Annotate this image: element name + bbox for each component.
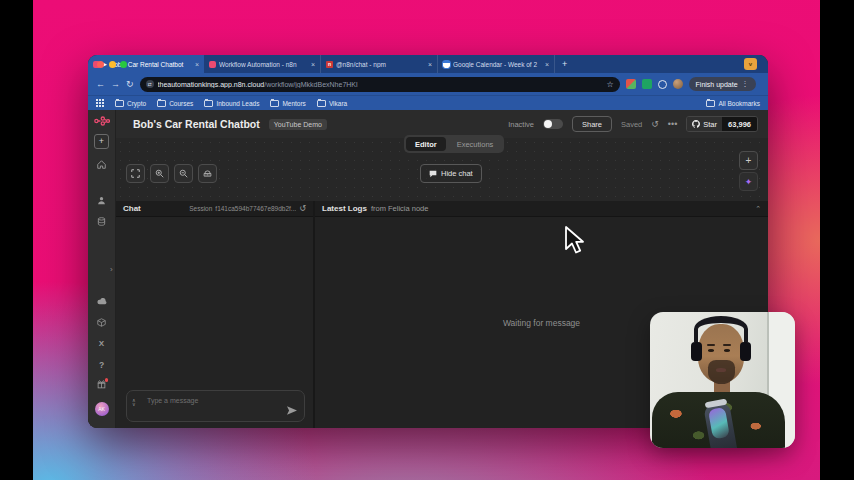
reload-icon[interactable]: ↻: [126, 80, 134, 89]
sidebar-user-avatar[interactable]: AK: [88, 402, 115, 416]
close-window-button[interactable]: [97, 61, 104, 68]
finish-update-label: Finish update: [696, 81, 738, 88]
sidebar-item-home[interactable]: [88, 160, 115, 169]
extension-icon-3[interactable]: [658, 80, 667, 89]
workflow-tag[interactable]: YouTube Demo: [269, 119, 327, 130]
sidebar-expand-chevron[interactable]: ›: [110, 265, 113, 274]
notification-dot: [105, 378, 109, 382]
extension-icon-2[interactable]: [642, 79, 652, 89]
active-status-label: Inactive: [508, 120, 534, 129]
browser-toolbar: ← → ↻ ⇄ theautomationkings.app.n8n.cloud…: [88, 73, 768, 95]
chat-input[interactable]: ∧∨ Type a message: [126, 390, 305, 422]
ai-assistant-button[interactable]: ✦: [739, 172, 758, 191]
close-tab-icon[interactable]: ×: [311, 61, 315, 68]
video-frame: ▶ Bob's Car Rental Chatbot × Workflow Au…: [0, 0, 854, 480]
session-info: Session f141ca594b77467e89db2f... ↺: [189, 204, 306, 213]
resize-grip-icon[interactable]: ∧∨: [132, 398, 136, 406]
toggle-knob: [544, 120, 552, 128]
tab-editor[interactable]: Editor: [406, 137, 446, 151]
chat-panel-header: Chat Session f141ca594b77467e89db2f... ↺: [116, 201, 313, 217]
url-path: /workflow/jgMkkdBexNhe7HKl: [264, 81, 357, 88]
tab-executions[interactable]: Executions: [448, 137, 503, 151]
microphone-rgb-stripe: [708, 407, 730, 439]
close-tab-icon[interactable]: ×: [195, 61, 199, 68]
sidebar-item-community[interactable]: X: [88, 339, 115, 348]
new-tab-button[interactable]: +: [555, 55, 574, 73]
logs-empty-state: Waiting for message: [503, 318, 580, 328]
add-workflow-button[interactable]: +: [88, 134, 115, 149]
editor-executions-tabs: Editor Executions: [404, 135, 504, 153]
window-controls: [97, 61, 127, 68]
extension-icon-1[interactable]: [626, 79, 636, 89]
folder-icon: [115, 100, 124, 107]
zoom-in-button[interactable]: [150, 164, 169, 183]
sidebar-item-templates[interactable]: [88, 318, 115, 327]
send-icon[interactable]: [287, 406, 297, 415]
sidebar-item-personal[interactable]: [88, 196, 115, 205]
close-tab-icon[interactable]: ×: [545, 61, 549, 68]
tab-google-calendar[interactable]: Google Calendar - Week of 2 ×: [438, 55, 555, 73]
bookmark-mentors[interactable]: Mentors: [270, 100, 305, 107]
n8n-logo: [88, 116, 115, 126]
apps-grid-icon[interactable]: [96, 99, 104, 107]
bookmark-star-icon[interactable]: ☆: [606, 80, 613, 89]
sidebar-item-whats-new[interactable]: [88, 380, 115, 389]
folder-icon: [706, 100, 715, 107]
url-host: theautomationkings.app.n8n.cloud: [158, 81, 265, 88]
canvas-toolbar: [126, 164, 217, 183]
workflow-title: Bob's Car Rental Chatbot: [133, 118, 260, 130]
all-bookmarks-button[interactable]: All Bookmarks: [706, 100, 760, 107]
person-brow: [723, 344, 731, 346]
tab-npm-chat[interactable]: n @n8n/chat - npm ×: [321, 55, 438, 73]
finish-update-button[interactable]: Finish update ⋮: [689, 77, 756, 91]
more-options-icon[interactable]: •••: [668, 119, 677, 129]
bookmarks-bar: Crypto Courses Inbound Leads Mentors Vik…: [88, 95, 768, 110]
forward-icon[interactable]: →: [111, 80, 120, 89]
sidebar-item-variables[interactable]: [88, 217, 115, 226]
person-beard: [708, 360, 735, 384]
chat-header-title: Chat: [123, 204, 141, 213]
cloud-icon: [97, 298, 107, 305]
bookmark-inbound-leads[interactable]: Inbound Leads: [204, 100, 259, 107]
reset-session-icon[interactable]: ↺: [299, 204, 306, 213]
browser-menu-icon[interactable]: ⋮: [742, 80, 749, 88]
sidebar-item-help[interactable]: ?: [88, 360, 115, 370]
fit-view-button[interactable]: [126, 164, 145, 183]
person-eye: [724, 349, 730, 352]
address-bar[interactable]: ⇄ theautomationkings.app.n8n.cloud/workf…: [140, 77, 620, 92]
hide-chat-label: Hide chat: [441, 169, 473, 178]
tab-workflow-automation[interactable]: Workflow Automation - n8n ×: [204, 55, 321, 73]
fullscreen-window-button[interactable]: [120, 61, 127, 68]
minimize-window-button[interactable]: [109, 61, 116, 68]
n8n-sidebar: + › X ?: [88, 110, 116, 428]
tidy-up-button[interactable]: [198, 164, 217, 183]
bookmark-vikara[interactable]: Vikara: [317, 100, 347, 107]
close-tab-icon[interactable]: ×: [428, 61, 432, 68]
tab-title: Google Calendar - Week of 2: [453, 61, 542, 68]
tab-overflow-button[interactable]: v: [744, 58, 757, 70]
bookmark-courses[interactable]: Courses: [157, 100, 193, 107]
pillarbox-left: [0, 0, 33, 480]
browser-profile-avatar[interactable]: [673, 79, 683, 89]
bookmark-label: Vikara: [329, 100, 347, 107]
add-node-button[interactable]: +: [739, 151, 758, 170]
back-icon[interactable]: ←: [96, 80, 105, 89]
bookmark-label: Mentors: [282, 100, 305, 107]
mouse-cursor: [563, 225, 587, 255]
active-toggle[interactable]: [543, 119, 563, 129]
n8n-favicon: [209, 61, 216, 68]
webcam-overlay: [650, 312, 795, 448]
session-id: f141ca594b77467e89db2f...: [215, 205, 296, 212]
github-star-widget[interactable]: Star 63,996: [686, 116, 758, 132]
headphones: [694, 316, 748, 342]
share-button[interactable]: Share: [572, 116, 612, 132]
hide-chat-button[interactable]: Hide chat: [420, 164, 482, 183]
zoom-out-button[interactable]: [174, 164, 193, 183]
bookmark-crypto[interactable]: Crypto: [115, 100, 146, 107]
header-actions: Inactive Share Saved ↺ ••• Star 63,996: [508, 116, 758, 132]
sidebar-item-admin-panel[interactable]: [88, 298, 115, 305]
collapse-logs-icon[interactable]: ⌃: [755, 205, 761, 213]
history-icon[interactable]: ↺: [651, 119, 659, 129]
site-settings-icon[interactable]: ⇄: [146, 80, 154, 88]
star-count: 63,996: [722, 117, 757, 131]
